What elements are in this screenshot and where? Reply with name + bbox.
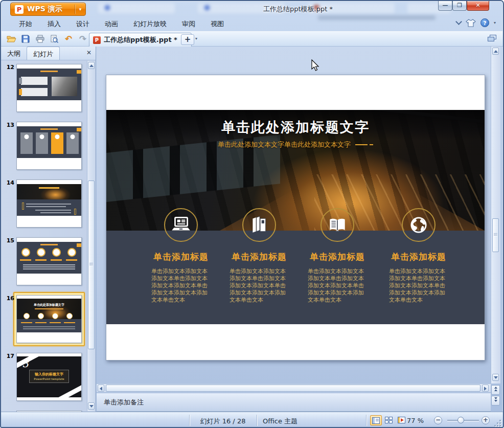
thumbnail-scrollbar[interactable]: [87, 61, 95, 411]
new-tab-caret-icon[interactable]: ▾: [195, 36, 197, 41]
status-bar: 幻灯片 16 / 28 Office 主题: [1, 412, 503, 428]
chevron-down-icon[interactable]: ▾: [75, 7, 85, 12]
open-file-button[interactable]: [5, 33, 17, 45]
column-body: 单击添加文本添加文本 添加文本单击添加文本 添加文本添加文本单击 添加文本添加文…: [380, 268, 457, 304]
ppt-file-icon: P: [93, 36, 101, 44]
panel-tabs: 大纲 幻灯片 ✕: [1, 47, 96, 60]
arrange-windows-icon[interactable]: [488, 35, 497, 42]
globe-icon[interactable]: [402, 208, 436, 242]
slide-thumbnail[interactable]: 17 3 输入你的标题文字 PowerPoint template: [1, 352, 87, 403]
menu-insert[interactable]: 插入: [40, 17, 68, 31]
minimize-button[interactable]: —: [438, 1, 452, 11]
thumbnail-page: [16, 64, 82, 112]
zoom-in-button[interactable]: +: [482, 416, 490, 424]
menu-bar: 开始 插入 设计 动画 幻灯片放映 审阅 视图: [1, 16, 503, 31]
content-column[interactable]: 单击添加标题 单击添加文本添加文本 添加文本单击添加文本 添加文本添加文本单击 …: [380, 251, 457, 304]
close-icon: ✕: [467, 1, 489, 10]
column-heading: 单击添加标题: [143, 251, 219, 263]
undo-icon: ↶: [65, 34, 72, 44]
menu-review[interactable]: 审阅: [174, 17, 203, 31]
slide-number: 13: [4, 122, 14, 128]
slide-number: 16: [4, 295, 14, 302]
maximize-icon: ❐: [453, 1, 466, 10]
print-preview-button[interactable]: [48, 33, 60, 45]
wps-app-button[interactable]: P WPS 演示 ▾: [10, 3, 86, 16]
books-icon[interactable]: [242, 208, 276, 242]
decorative-dash: [370, 144, 373, 145]
scroll-up-button[interactable]: [492, 48, 499, 55]
slide-thumbnail[interactable]: 12: [1, 63, 87, 114]
slide-number: 12: [4, 64, 14, 71]
column-heading: 单击添加标题: [380, 251, 457, 263]
horizontal-scrollbar[interactable]: [97, 384, 491, 393]
menu-design[interactable]: 设计: [68, 17, 97, 31]
app-button-label: WPS 演示: [27, 5, 75, 14]
blurred-favicon: [105, 5, 110, 10]
scrollbar-thumb[interactable]: [88, 181, 95, 349]
divider: [257, 415, 257, 426]
titlebar-tools: ? ▾: [456, 18, 496, 27]
slide-canvas[interactable]: 单击此处添加标题文字 单击此处添加文本文字单击此处添加文本文字: [97, 47, 491, 384]
scroll-down-button[interactable]: [88, 402, 95, 410]
menu-slideshow[interactable]: 幻灯片放映: [126, 17, 174, 31]
close-button[interactable]: ✕: [467, 1, 489, 11]
content-column[interactable]: 单击添加标题 单击添加文本添加文本 添加文本单击添加文本 添加文本添加文本单击 …: [221, 251, 297, 304]
resize-grip[interactable]: [494, 419, 501, 426]
zoom-out-button[interactable]: −: [434, 416, 442, 424]
help-icon[interactable]: ?: [480, 18, 489, 27]
menu-animation[interactable]: 动画: [97, 17, 126, 31]
slide-title[interactable]: 单击此处添加标题文字: [106, 118, 485, 137]
undo-button[interactable]: ↶: [62, 33, 75, 45]
slide-sorter-view-button[interactable]: [383, 415, 395, 425]
chevron-down-icon[interactable]: [455, 18, 462, 25]
tab-slides[interactable]: 幻灯片: [27, 47, 60, 60]
document-tab[interactable]: P 工作总结ppt模板.ppt * ✕: [89, 33, 192, 47]
tab-outline[interactable]: 大纲: [1, 47, 27, 60]
slide-subtitle[interactable]: 单击此处添加文本文字单击此处添加文本文字: [106, 140, 485, 149]
content-column[interactable]: 单击添加标题 单击添加文本添加文本 添加文本单击添加文本 添加文本添加文本单击 …: [143, 251, 219, 304]
next-slide-button[interactable]: [491, 396, 500, 406]
redo-button[interactable]: ↷: [77, 33, 89, 45]
wps-presentation-window: P WPS 演示 ▾ 工作总结ppt模板.ppt * — ❐ ✕ 开始 插入 设…: [0, 0, 504, 428]
printer-icon: [36, 35, 44, 43]
slide-thumbnail[interactable]: 15: [1, 236, 87, 287]
thumbnail-page: [16, 237, 82, 285]
previous-slide-button[interactable]: [491, 385, 500, 395]
laptop-icon[interactable]: [164, 208, 198, 242]
column-body: 单击添加文本添加文本 添加文本单击添加文本 添加文本添加文本单击 添加文本添加文…: [299, 268, 376, 304]
content-column[interactable]: 单击添加标题 单击添加文本添加文本 添加文本单击添加文本 添加文本添加文本单击 …: [299, 251, 376, 304]
slideshow-view-button[interactable]: [396, 415, 407, 425]
divider: [189, 415, 190, 426]
slide-thumbnail[interactable]: 14: [1, 178, 87, 230]
scroll-left-button[interactable]: [98, 385, 104, 392]
maximize-button[interactable]: ❐: [452, 1, 467, 11]
zoom-slider-thumb[interactable]: [457, 417, 464, 423]
thumbnail-page: [16, 122, 82, 170]
open-book-icon[interactable]: [320, 208, 354, 242]
skin-shirt-icon[interactable]: [466, 19, 476, 27]
slide-thumbnail-selected[interactable]: 16 单击此处添加标题文字: [1, 294, 87, 345]
menu-view[interactable]: 视图: [203, 17, 232, 31]
new-tab-button[interactable]: +: [181, 34, 194, 45]
scrollbar-thumb[interactable]: [492, 218, 499, 252]
slides-panel: 大纲 幻灯片 ✕ 12: [1, 47, 96, 412]
save-button[interactable]: [19, 33, 32, 45]
divider: [366, 415, 366, 426]
thumbnail-list: 12 13: [1, 61, 87, 412]
scroll-down-button[interactable]: [492, 374, 499, 381]
vertical-scrollbar[interactable]: [491, 47, 500, 384]
column-heading: 单击添加标题: [221, 251, 297, 263]
menu-home[interactable]: 开始: [11, 17, 40, 31]
slide-number: 14: [4, 179, 14, 186]
scroll-right-button[interactable]: [482, 385, 489, 392]
redo-icon: ↷: [79, 34, 86, 44]
notes-area[interactable]: 单击添加备注: [97, 393, 491, 412]
scrollbar-thumb[interactable]: [106, 385, 480, 392]
print-button[interactable]: [34, 33, 46, 45]
scroll-up-button[interactable]: [88, 62, 95, 69]
chevron-down-icon[interactable]: ▾: [494, 20, 496, 25]
normal-view-button[interactable]: [370, 415, 382, 425]
slide-page[interactable]: 单击此处添加标题文字 单击此处添加文本文字单击此处添加文本文字: [106, 75, 485, 361]
panel-close-icon[interactable]: ✕: [86, 49, 91, 56]
slide-thumbnail[interactable]: 13: [1, 121, 87, 172]
